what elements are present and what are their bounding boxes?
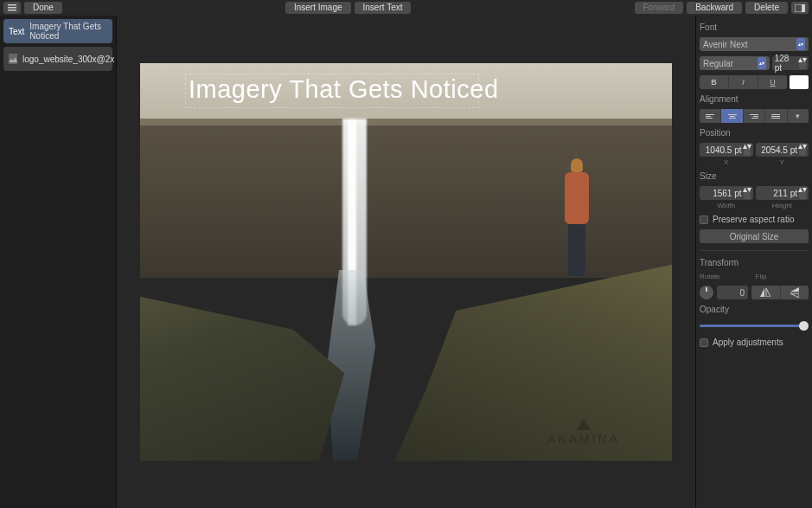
insert-image-button[interactable]: Insert Image <box>285 2 351 14</box>
opacity-slider[interactable] <box>700 325 809 327</box>
align-right-icon <box>750 114 758 119</box>
stepper-icon[interactable]: ▴▾ <box>799 57 806 69</box>
position-y-field[interactable]: 2054.5 pt▴▾ <box>756 143 809 157</box>
text-color-swatch[interactable] <box>790 75 809 89</box>
layer-type-badge: Text <box>9 27 24 36</box>
layer-item-text[interactable]: Text Imagery That Gets Noticed <box>3 19 112 43</box>
top-toolbar: Done Insert Image Insert Text Forward Ba… <box>0 0 812 16</box>
size-section-label: Size <box>700 171 809 181</box>
alignment-section-label: Alignment <box>700 94 809 104</box>
layers-toggle-button[interactable] <box>3 2 21 14</box>
rotate-field[interactable]: 0 <box>717 286 748 299</box>
layer-thumbnail <box>9 54 17 64</box>
chevron-updown-icon: ▴▾ <box>796 38 805 50</box>
text-overlay[interactable]: Imagery That Gets Noticed <box>189 75 499 104</box>
position-section-label: Position <box>700 128 809 138</box>
bold-button[interactable]: B <box>700 75 729 89</box>
panel-icon <box>795 4 805 12</box>
flip-v-icon <box>790 287 799 298</box>
flip-h-icon <box>760 288 770 297</box>
align-center-icon <box>728 114 737 119</box>
font-family-select[interactable]: Avenir Next ▴▾ <box>700 37 809 51</box>
delete-button[interactable]: Delete <box>745 2 788 14</box>
underline-button[interactable]: U <box>758 75 787 89</box>
width-field[interactable]: 1561 pt▴▾ <box>700 186 753 200</box>
person-figure <box>556 158 598 288</box>
slider-thumb[interactable] <box>799 321 809 331</box>
insert-text-button[interactable]: Insert Text <box>355 2 412 14</box>
flip-vertical-button[interactable] <box>781 286 809 299</box>
italic-button[interactable]: I <box>729 75 758 89</box>
rotate-dial[interactable] <box>700 286 713 299</box>
align-more-button[interactable]: ▾ <box>788 109 809 123</box>
stepper-icon[interactable]: ▴▾ <box>744 187 751 199</box>
align-left-icon <box>706 114 714 119</box>
align-left-button[interactable] <box>700 109 721 123</box>
forward-button[interactable]: Forward <box>635 2 684 14</box>
image-icon <box>9 55 17 62</box>
list-icon <box>8 4 16 11</box>
transform-section-label: Transform <box>700 258 809 267</box>
chevron-updown-icon: ▴▾ <box>758 57 766 69</box>
font-size-field[interactable]: 128 pt ▴▾ <box>772 56 809 70</box>
align-justify-button[interactable] <box>765 109 787 123</box>
checkbox-icon[interactable] <box>700 215 708 224</box>
canvas-area[interactable]: AKAMINA Imagery That Gets Noticed <box>116 16 696 508</box>
apply-adjustments-checkbox-row[interactable]: Apply adjustments <box>700 338 809 347</box>
canvas[interactable]: AKAMINA Imagery That Gets Noticed <box>140 63 672 461</box>
backward-button[interactable]: Backward <box>687 2 742 14</box>
watermark-logo: AKAMINA <box>547 418 620 446</box>
layer-item-image[interactable]: logo_website_300x@2x <box>3 47 112 71</box>
opacity-section-label: Opacity <box>700 305 809 314</box>
preserve-aspect-checkbox-row[interactable]: Preserve aspect ratio <box>700 215 809 224</box>
align-right-button[interactable] <box>744 109 765 123</box>
chevron-down-icon: ▾ <box>796 112 800 120</box>
stepper-icon[interactable]: ▴▾ <box>799 144 806 156</box>
svg-rect-1 <box>802 4 805 12</box>
position-x-field[interactable]: 1040.5 pt▴▾ <box>700 143 753 157</box>
layer-label: Imagery That Gets Noticed <box>29 22 107 41</box>
checkbox-icon[interactable] <box>700 338 708 347</box>
stepper-icon[interactable]: ▴▾ <box>799 187 806 199</box>
height-field[interactable]: 211 pt▴▾ <box>756 186 809 200</box>
stepper-icon[interactable]: ▴▾ <box>744 144 751 156</box>
font-weight-select[interactable]: Regular ▴▾ <box>700 56 770 70</box>
inspector-toggle-button[interactable] <box>791 2 809 14</box>
background-photo: AKAMINA <box>140 63 672 461</box>
align-center-button[interactable] <box>721 109 743 123</box>
align-justify-icon <box>771 114 780 119</box>
flip-horizontal-button[interactable] <box>751 286 781 299</box>
layers-panel: Text Imagery That Gets Noticed logo_webs… <box>0 16 116 508</box>
done-button[interactable]: Done <box>24 2 62 14</box>
font-section-label: Font <box>700 23 809 32</box>
original-size-button[interactable]: Original Size <box>700 229 809 243</box>
layer-label: logo_website_300x@2x <box>22 55 114 64</box>
inspector-panel: Font Avenir Next ▴▾ Regular ▴▾ 128 pt ▴▾… <box>696 16 812 508</box>
